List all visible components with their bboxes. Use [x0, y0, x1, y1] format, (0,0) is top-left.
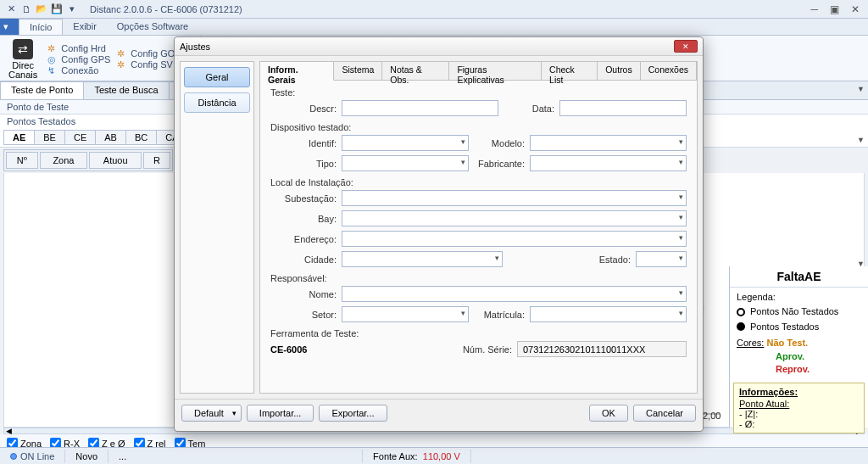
- side-geral[interactable]: Geral: [184, 67, 250, 87]
- pt-ce[interactable]: CE: [64, 130, 96, 145]
- svg-text:2,00: 2,00: [703, 411, 721, 421]
- subestacao-combo[interactable]: [342, 190, 687, 206]
- itab-checklist[interactable]: Check List: [542, 62, 598, 80]
- gear-icon: ✲: [117, 48, 127, 59]
- ribbon-tabs: ▾ Início Exibir Opções Software: [0, 19, 868, 36]
- dialog-form: Teste: Descr: Data: Dispositivo testado:…: [260, 81, 697, 393]
- dialog-close-button[interactable]: ✕: [674, 40, 698, 53]
- data-input[interactable]: [559, 100, 687, 116]
- dialog-title: Ajustes: [180, 42, 210, 52]
- status-bar: ON Line Novo ... Fonte Aux: 110,00 V: [0, 447, 868, 464]
- itab-notas[interactable]: Notas & Obs.: [382, 62, 449, 80]
- minimize-button[interactable]: ─: [810, 3, 818, 15]
- setor-combo[interactable]: [342, 306, 469, 322]
- config-gps-button[interactable]: ◎Config GPS: [47, 54, 110, 64]
- tab-inicio[interactable]: Início: [19, 19, 63, 35]
- conexao-button[interactable]: ↯Conexão: [47, 65, 110, 75]
- itab-conexoes[interactable]: Conexões: [641, 62, 697, 80]
- close-button[interactable]: ✕: [851, 3, 860, 15]
- cancel-button[interactable]: Cancelar: [633, 405, 696, 422]
- endereco-combo[interactable]: [342, 231, 687, 247]
- cidade-combo[interactable]: [342, 251, 503, 267]
- save-icon[interactable]: 💾: [51, 3, 63, 15]
- tipo-combo[interactable]: [342, 155, 469, 171]
- gear-icon: ✲: [47, 43, 58, 53]
- status-novo: Novo: [65, 450, 108, 463]
- status-fonte-aux: Fonte Aux: 110,00 V: [363, 450, 471, 463]
- itab-outros[interactable]: Outros: [598, 62, 641, 80]
- side-distancia[interactable]: Distância: [184, 92, 250, 113]
- title-bar: ✕ 🗋 📂 💾 ▾ Distanc 2.0.0.6 - CE-6006 (073…: [0, 0, 868, 19]
- import-button[interactable]: Importar...: [247, 405, 314, 422]
- direc-canais-button[interactable]: ⇄ Direc Canais: [5, 37, 41, 81]
- col-atuou: Atuou: [89, 152, 142, 169]
- info-box: Informações: Ponto Atual: - |Z|: - Ø:: [733, 383, 865, 433]
- col-n: Nº: [6, 152, 38, 169]
- itab-figuras[interactable]: Figuras Explicativas: [449, 62, 542, 80]
- config-hrd-button[interactable]: ✲Config Hrd: [47, 43, 110, 53]
- open-circle-icon: [737, 308, 745, 316]
- numserie-field: 07312126302101110011XXX: [517, 341, 687, 357]
- gear-icon: ✲: [117, 59, 127, 70]
- legend-title: FaltaAE: [730, 266, 868, 288]
- test-tool-name: CE-6006: [270, 344, 307, 355]
- pt-ab[interactable]: AB: [95, 130, 126, 145]
- legend-panel: FaltaAE Legenda: Pontos Não Testados Pon…: [729, 266, 868, 428]
- tab-exibir[interactable]: Exibir: [63, 19, 107, 35]
- maximize-button[interactable]: ▣: [830, 3, 839, 15]
- export-button[interactable]: Exportar...: [319, 405, 387, 422]
- filled-circle-icon: [737, 322, 745, 331]
- app-menu[interactable]: ▾: [0, 19, 19, 35]
- open-icon[interactable]: 📂: [36, 3, 47, 15]
- itab-sistema[interactable]: Sistema: [334, 62, 382, 80]
- dialog-footer: Default Importar... Exportar... OK Cance…: [175, 399, 703, 426]
- ok-button[interactable]: OK: [589, 405, 628, 422]
- window-title: Distanc 2.0.0.6 - CE-6006 (0731212): [90, 4, 242, 14]
- default-button[interactable]: Default: [181, 405, 242, 422]
- status-online: ON Line: [0, 450, 65, 463]
- modelo-combo[interactable]: [530, 135, 687, 151]
- status-dots: ...: [108, 450, 363, 463]
- pt-ae[interactable]: AE: [3, 130, 35, 145]
- tab-teste-busca[interactable]: Teste de Busca: [83, 81, 169, 99]
- tab-teste-ponto[interactable]: Teste de Ponto: [0, 81, 84, 99]
- points-table: Nº Zona Atuou R: [3, 149, 173, 171]
- col-zona: Zona: [40, 152, 88, 169]
- col-r: R: [143, 152, 170, 169]
- pt-be[interactable]: BE: [34, 130, 65, 145]
- descr-input[interactable]: [342, 100, 498, 116]
- target-icon: ◎: [47, 54, 58, 64]
- identif-combo[interactable]: [342, 135, 469, 151]
- ajustes-dialog: Ajustes ✕ Geral Distância Inform. Gerais…: [174, 36, 704, 432]
- dialog-sidebar: Geral Distância: [180, 61, 254, 394]
- nome-combo[interactable]: [342, 286, 687, 302]
- estado-combo[interactable]: [636, 251, 687, 267]
- dialog-inner-tabs: Inform. Gerais Sistema Notas & Obs. Figu…: [260, 62, 697, 81]
- link-icon: ↯: [47, 65, 58, 75]
- matricula-combo[interactable]: [530, 306, 687, 322]
- dialog-titlebar: Ajustes ✕: [175, 37, 703, 56]
- pt-bc[interactable]: BC: [125, 130, 157, 145]
- direc-icon: ⇄: [13, 39, 33, 59]
- person-icon[interactable]: ✕: [5, 3, 17, 15]
- bay-combo[interactable]: [342, 210, 687, 226]
- dropdown-icon[interactable]: ▾: [66, 3, 78, 15]
- new-icon[interactable]: 🗋: [20, 3, 32, 15]
- fabricante-combo[interactable]: [530, 155, 687, 171]
- tab-opcoes[interactable]: Opções Software: [107, 19, 198, 35]
- itab-inform-gerais[interactable]: Inform. Gerais: [260, 62, 334, 81]
- status-dot-icon: [10, 453, 17, 460]
